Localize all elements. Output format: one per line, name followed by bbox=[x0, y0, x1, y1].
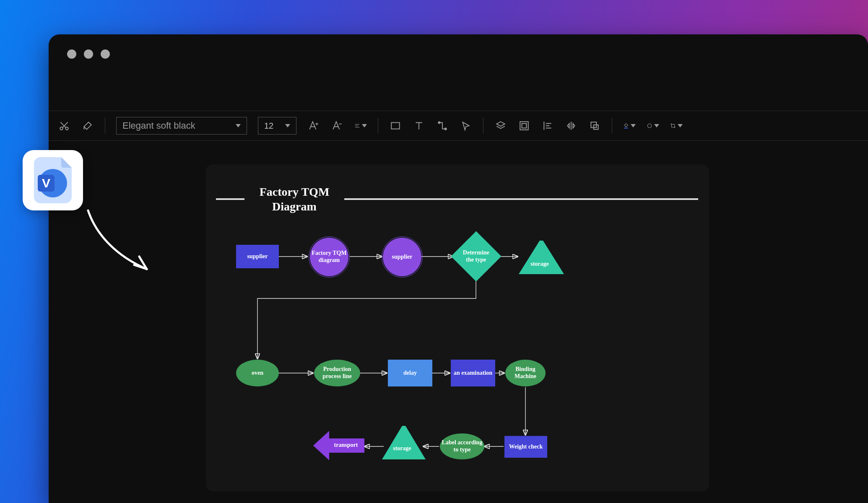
node-supplier-2[interactable]: supplier bbox=[383, 238, 421, 276]
node-delay[interactable]: delay bbox=[388, 360, 432, 386]
svg-rect-8 bbox=[594, 125, 598, 130]
chevron-down-icon bbox=[654, 124, 659, 127]
chevron-down-icon bbox=[362, 124, 367, 127]
node-production[interactable]: Production process line bbox=[314, 360, 360, 386]
app-window: Elegant soft black 12 bbox=[49, 34, 868, 503]
node-label: supplier bbox=[392, 254, 412, 261]
crop-icon[interactable] bbox=[670, 119, 683, 132]
svg-point-3 bbox=[438, 122, 440, 123]
toolbar: Elegant soft black 12 bbox=[49, 111, 868, 141]
diagram-canvas[interactable]: Factory TQM Diagram bbox=[206, 164, 709, 491]
group-icon[interactable] bbox=[518, 119, 530, 132]
node-label: supplier bbox=[247, 253, 268, 260]
cut-icon[interactable] bbox=[58, 119, 70, 132]
maximize-window-button[interactable] bbox=[101, 49, 110, 59]
diagram-title: Factory TQM Diagram bbox=[255, 184, 334, 214]
svg-rect-9 bbox=[624, 128, 628, 129]
font-family-select[interactable]: Elegant soft black bbox=[116, 117, 247, 135]
node-label: Binding Machine bbox=[507, 366, 544, 380]
shape-fill-icon[interactable] bbox=[647, 119, 659, 132]
toolbar-divider bbox=[612, 118, 612, 134]
svg-point-10 bbox=[647, 124, 651, 127]
node-label-type[interactable]: Label according to type bbox=[440, 433, 484, 459]
chevron-down-icon bbox=[678, 124, 683, 127]
text-tool-icon[interactable] bbox=[413, 119, 425, 132]
title-rule-right bbox=[344, 198, 698, 200]
node-label: delay bbox=[403, 370, 417, 377]
pointer-tool-icon[interactable] bbox=[460, 119, 472, 132]
node-oven[interactable]: oven bbox=[236, 360, 279, 386]
svg-text:V: V bbox=[42, 176, 50, 190]
node-label: Label according to type bbox=[442, 439, 483, 454]
visio-icon: V bbox=[32, 157, 74, 203]
node-storage-2-label: storage bbox=[390, 443, 415, 454]
toolbar-divider bbox=[483, 118, 483, 134]
node-supplier-1[interactable]: supplier bbox=[236, 245, 279, 268]
title-rule-left bbox=[216, 198, 244, 200]
connector-tool-icon[interactable] bbox=[436, 119, 449, 132]
node-label: Weight check bbox=[509, 443, 543, 451]
svg-rect-5 bbox=[520, 122, 528, 130]
node-label: Production process line bbox=[316, 366, 359, 380]
node-storage-2[interactable] bbox=[382, 423, 426, 459]
font-size-value: 12 bbox=[264, 121, 273, 131]
node-binding[interactable]: Binding Machine bbox=[505, 360, 546, 386]
node-label: an examination bbox=[454, 370, 492, 377]
node-transport[interactable]: transport bbox=[313, 431, 364, 460]
svg-rect-6 bbox=[522, 124, 527, 128]
node-storage-1-label: storage bbox=[527, 259, 552, 270]
traffic-lights bbox=[67, 49, 110, 59]
chevron-down-icon bbox=[631, 124, 636, 127]
svg-rect-2 bbox=[391, 122, 400, 129]
file-type-badge: V bbox=[23, 150, 83, 210]
node-label: storage bbox=[393, 445, 411, 452]
font-family-value: Elegant soft black bbox=[122, 120, 195, 131]
annotation-arrow bbox=[80, 206, 159, 286]
arrange-icon[interactable] bbox=[588, 119, 601, 132]
node-label: oven bbox=[252, 370, 263, 377]
toolbar-divider bbox=[105, 118, 105, 134]
flip-icon[interactable] bbox=[565, 119, 577, 132]
chevron-down-icon bbox=[236, 124, 241, 127]
node-factory-tqm[interactable]: Factory TQM diagram bbox=[310, 238, 348, 276]
svg-point-1 bbox=[65, 127, 68, 130]
toolbar-divider bbox=[378, 118, 378, 134]
decrease-font-icon[interactable] bbox=[331, 119, 343, 132]
node-determine-type[interactable]: Determine the type bbox=[453, 233, 499, 279]
increase-font-icon[interactable] bbox=[307, 119, 320, 132]
diagram-title-row: Factory TQM Diagram bbox=[216, 184, 698, 214]
fill-color-icon[interactable] bbox=[623, 119, 636, 132]
minimize-window-button[interactable] bbox=[84, 49, 93, 59]
align-left-icon[interactable] bbox=[541, 119, 554, 132]
font-size-select[interactable]: 12 bbox=[258, 117, 296, 135]
node-label: Determine the type bbox=[458, 249, 494, 263]
svg-point-0 bbox=[60, 127, 63, 130]
layers-icon[interactable] bbox=[494, 119, 507, 132]
align-icon[interactable] bbox=[354, 119, 367, 132]
node-label: storage bbox=[530, 261, 549, 268]
rectangle-tool-icon[interactable] bbox=[389, 119, 402, 132]
svg-point-4 bbox=[444, 128, 446, 130]
node-label: transport bbox=[334, 442, 358, 449]
format-painter-icon[interactable] bbox=[81, 119, 94, 132]
close-window-button[interactable] bbox=[67, 49, 76, 59]
node-weight-check[interactable]: Weight check bbox=[504, 436, 547, 458]
chevron-down-icon bbox=[285, 124, 290, 127]
node-examination[interactable]: an examination bbox=[451, 360, 495, 386]
node-label: Factory TQM diagram bbox=[312, 250, 347, 264]
